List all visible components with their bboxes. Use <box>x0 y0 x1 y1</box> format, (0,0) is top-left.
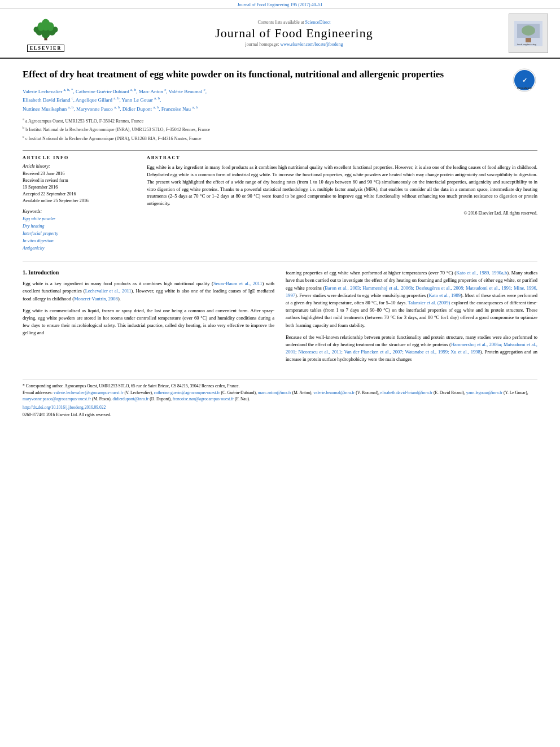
intro-paragraph-2: Egg white is commercialised as liquid, f… <box>23 307 274 337</box>
main-content: Effect of dry heat treatment of egg whit… <box>0 59 560 427</box>
section-divider <box>23 261 537 261</box>
footnotes: * Corresponding author. Agrocampus Ouest… <box>23 379 537 418</box>
elsevier-brand: ELSEVIER <box>27 45 64 52</box>
email-anton[interactable]: marc.anton@inra.fr <box>258 390 291 395</box>
email-beaumal[interactable]: valerie.beaumal@inra.fr <box>313 390 355 395</box>
body-content: 1. Introduction Egg white is a key ingre… <box>23 269 537 368</box>
keywords-label: Keywords: <box>23 209 135 214</box>
doi-line: http://dx.doi.org/10.1016/j.jfoodeng.201… <box>23 404 537 410</box>
article-title: Effect of dry heat treatment of egg whit… <box>23 68 537 81</box>
affiliations: a a Agrocampus Ouest, UMR1253 STLO, F-35… <box>23 116 537 142</box>
svg-point-5 <box>37 22 44 30</box>
keywords-section: Keywords: Egg white powder Dry heating I… <box>23 209 135 252</box>
article-history: Article history: Received 23 June 2016 R… <box>23 164 135 204</box>
history-received: Received 23 June 2016 <box>23 171 135 177</box>
science-direct-link[interactable]: ScienceDirect <box>305 20 331 25</box>
article-info-label: ARTICLE INFO <box>23 155 135 160</box>
history-accepted: Accepted 22 September 2016 <box>23 191 135 198</box>
email-addresses: E-mail addresses: valerie.lechevalier@ag… <box>23 390 537 403</box>
svg-point-7 <box>34 27 39 32</box>
email-pasco[interactable]: maryvonne.pasco@agrocampus-ouest.fr <box>23 396 91 401</box>
corresponding-author-note: * Corresponding author. Agrocampus Ouest… <box>23 383 537 389</box>
journal-header-left: ELSEVIER <box>9 15 82 52</box>
keyword-2: Dry heating <box>23 223 135 230</box>
right-paragraph-2: Because of the well-known relationship b… <box>286 334 537 364</box>
svg-point-8 <box>53 27 58 32</box>
keyword-1: Egg white powder <box>23 216 135 223</box>
copyright-line: 0260-8774/© 2016 Elsevier Ltd. All right… <box>23 412 537 418</box>
email-briand[interactable]: elisabeth.david-briand@inra.fr <box>380 390 432 395</box>
abstract-column: ABSTRACT Egg white is a key ingredient i… <box>147 155 537 252</box>
abstract-text: Egg white is a key ingredient in many fo… <box>147 164 537 207</box>
journal-homepage-link[interactable]: www.elsevier.com/locate/jfoodeng <box>280 42 343 47</box>
journal-thumbnail: food engineering <box>509 14 548 53</box>
body-left-column: 1. Introduction Egg white is a key ingre… <box>23 269 274 368</box>
doi-link[interactable]: http://dx.doi.org/10.1016/j.jfoodeng.201… <box>23 405 106 410</box>
svg-text:✓: ✓ <box>522 77 527 84</box>
journal-cover-icon: food engineering <box>514 21 542 46</box>
keyword-3: Interfacial property <box>23 230 135 238</box>
journal-homepage: journal homepage: www.elsevier.com/locat… <box>82 42 506 47</box>
introduction-heading: 1. Introduction <box>23 269 274 276</box>
authors: Valerie Lechevalier a, b, *, Catherine G… <box>23 87 537 113</box>
email-dupont[interactable]: didierdupont@inra.fr <box>113 396 149 401</box>
journal-header: ELSEVIER Contents lists available at Sci… <box>0 9 560 59</box>
elsevier-logo-icon <box>29 15 63 43</box>
svg-point-6 <box>47 22 54 30</box>
email-guerin[interactable]: catherine.guerin@agrocampus-ouest.fr <box>154 390 220 395</box>
keyword-5: Antigenicity <box>23 245 135 252</box>
svg-rect-12 <box>526 38 531 42</box>
email-legouar[interactable]: yann.legouar@inra.fr <box>466 390 502 395</box>
affiliation-b: b b Institut National de la Recherche Ag… <box>23 125 537 133</box>
history-online: Available online 25 September 2016 <box>23 198 135 204</box>
abstract-copyright: © 2016 Elsevier Ltd. All rights reserved… <box>147 211 537 216</box>
abstract-label: ABSTRACT <box>147 155 537 160</box>
article-info-abstract-section: ARTICLE INFO Article history: Received 2… <box>23 150 537 252</box>
history-label: Article history: <box>23 164 135 169</box>
email-lechevalier[interactable]: valerie.lechevalier@agrocampus-ouest.fr <box>54 390 124 395</box>
svg-point-11 <box>522 25 535 36</box>
article-info-column: ARTICLE INFO Article history: Received 2… <box>23 155 135 252</box>
keyword-4: In vitro digestion <box>23 238 135 245</box>
body-right-column: foaming properties of egg white when per… <box>286 269 537 368</box>
science-direct-label: Contents lists available at ScienceDirec… <box>82 20 506 25</box>
intro-paragraph-1: Egg white is a key ingredient in many fo… <box>23 280 274 303</box>
affiliation-c: c c Institut National de la Recherche Ag… <box>23 134 537 142</box>
history-revised-date: 19 September 2016 <box>23 184 135 191</box>
journal-title: Journal of Food Engineering <box>82 26 506 41</box>
right-paragraph-1: foaming properties of egg white when per… <box>286 269 537 329</box>
journal-header-center: Contents lists available at ScienceDirec… <box>82 20 506 47</box>
crossmark-icon: ✓ CrossMark <box>512 68 537 93</box>
email-nau[interactable]: francoise.nau@agrocampus-ouest.fr <box>173 396 234 401</box>
affiliation-a: a a Agrocampus Ouest, UMR1253 STLO, F-35… <box>23 116 537 125</box>
history-revised-label: Received in revised form <box>23 177 135 184</box>
svg-text:food engineering: food engineering <box>517 43 537 46</box>
journal-top-bar: Journal of Food Engineering 195 (2017) 4… <box>0 0 560 9</box>
svg-text:CrossMark: CrossMark <box>517 86 532 90</box>
journal-info: Journal of Food Engineering 195 (2017) 4… <box>237 2 322 7</box>
journal-header-right: food engineering <box>506 14 551 53</box>
